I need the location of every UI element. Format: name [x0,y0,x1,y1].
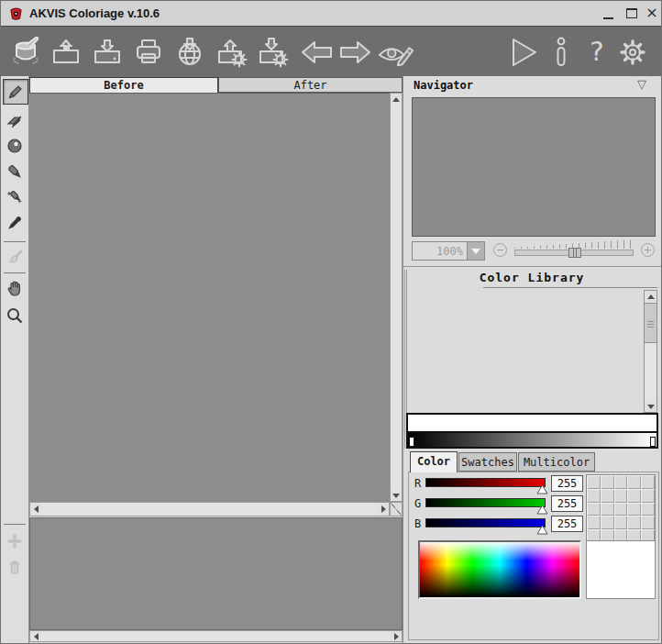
swatch-cell[interactable] [614,475,628,489]
channel-r-label: R [414,477,425,490]
zoom-out-button[interactable] [493,243,507,257]
open-image-icon [49,35,83,70]
scroll-left-button[interactable] [30,503,41,516]
scroll-right-button[interactable] [391,631,402,641]
swatch-cell[interactable] [641,503,655,516]
swatch-cell[interactable] [587,503,601,516]
tool-eraser[interactable] [3,108,27,132]
scroll-right-button[interactable] [378,503,389,516]
zoom-in-button[interactable] [641,243,655,257]
swatch-cell[interactable] [601,489,614,503]
swatch-cell[interactable] [614,489,628,503]
swatch-cell[interactable] [601,503,614,516]
info-icon [552,35,570,70]
maximize-button[interactable] [623,1,641,26]
help-button[interactable]: ? [578,32,616,72]
channel-g-value[interactable] [551,495,583,512]
zoom-dropdown-button[interactable] [467,241,485,261]
scroll-left-button[interactable] [30,631,41,641]
tool-pencil[interactable] [3,79,28,105]
swatch-cell[interactable] [587,475,601,489]
about-button[interactable] [542,32,580,72]
channel-b-value[interactable] [551,516,583,532]
swatch-cell[interactable] [601,516,614,529]
zoom-slider-thumb[interactable] [568,248,581,258]
scroll-down-button[interactable] [645,401,656,412]
tool-brush [3,245,27,269]
scrollbar-corner-grip[interactable] [390,502,403,516]
swatch-cell[interactable] [587,489,601,503]
swatch-cell[interactable] [627,503,641,516]
swatch-cell[interactable] [641,489,655,503]
tab-swatches[interactable]: Swatches [458,452,517,472]
swatch-cell[interactable] [614,503,628,516]
swatch-cell[interactable] [627,489,641,503]
channel-g-slider[interactable] [425,498,546,507]
channel-g-thumb[interactable] [536,505,548,515]
import-strokes-button[interactable] [212,32,250,72]
tool-magic-tube[interactable] [3,185,27,209]
tool-hand[interactable] [3,276,27,300]
globe-download-icon [172,35,207,70]
swatch-cell[interactable] [627,475,641,489]
minimize-button[interactable] [600,1,618,26]
open-image-button[interactable] [47,32,85,72]
pencil-icon [6,83,25,101]
tab-color[interactable]: Color [410,451,458,472]
tab-after[interactable]: After [218,77,403,93]
toolbox-sidebar [1,76,29,643]
scroll-up-button[interactable] [645,291,656,302]
channel-b-slider[interactable] [425,518,546,527]
strokes-strip-canvas[interactable] [29,517,403,630]
swatch-cell[interactable] [641,516,655,529]
swatch-cell[interactable] [627,516,641,529]
channel-b-thumb[interactable] [536,525,548,535]
export-strokes-button[interactable] [253,32,292,72]
gear-icon [615,35,650,70]
vertical-scrollbar[interactable] [390,93,403,502]
tab-before-label: Before [104,79,143,92]
range-handle-right[interactable] [650,437,656,447]
tool-keep-color-pencil[interactable] [3,134,27,158]
brightness-gradient[interactable] [408,431,656,447]
color-library-scroll-thumb[interactable] [644,303,657,343]
swatch-cell[interactable] [601,475,614,489]
run-button[interactable] [504,32,543,72]
tab-multicolor[interactable]: Multicolor [518,452,595,472]
brightness-range-widget[interactable] [406,413,658,449]
channel-r-value[interactable] [551,475,583,492]
tab-before[interactable]: Before [29,77,218,93]
tool-eyedropper[interactable] [3,211,27,235]
swatch-cell[interactable] [614,516,628,529]
channel-r-thumb[interactable] [536,484,548,494]
close-button[interactable]: × [643,1,661,26]
current-color-swatch[interactable] [586,540,656,599]
channel-r-slider[interactable] [425,478,546,487]
preferences-button[interactable] [613,32,652,72]
navigator-preview[interactable] [412,97,656,237]
publish-web-button[interactable] [171,32,209,72]
undo-button[interactable] [298,32,337,72]
tool-recolor-brush[interactable] [3,160,27,183]
strip-horizontal-scrollbar[interactable] [29,630,403,642]
swatch-cell[interactable] [641,475,655,489]
preview-button[interactable] [376,32,414,72]
tool-zoom[interactable] [3,304,27,328]
redo-button[interactable] [336,32,374,72]
image-canvas-before[interactable] [29,93,390,502]
range-handle-left[interactable] [409,437,414,447]
window-title: AKVIS Coloriage v.10.6 [29,6,160,20]
swatch-cell[interactable] [587,516,601,529]
zoom-value-input[interactable] [412,241,468,261]
channel-g-label: G [414,497,425,510]
toolbox-divider [4,524,26,525]
scroll-down-button[interactable] [391,490,402,501]
save-image-button[interactable] [88,32,127,72]
scroll-up-button[interactable] [391,94,402,105]
color-spectrum-picker[interactable] [418,540,581,599]
horizontal-scrollbar[interactable] [29,502,390,516]
navigator-collapse-icon[interactable]: ▽ [637,77,646,91]
print-image-button[interactable] [129,32,168,72]
title-bar: AKVIS Coloriage v.10.6 × [1,1,661,27]
up-arrow-icon [392,97,400,102]
